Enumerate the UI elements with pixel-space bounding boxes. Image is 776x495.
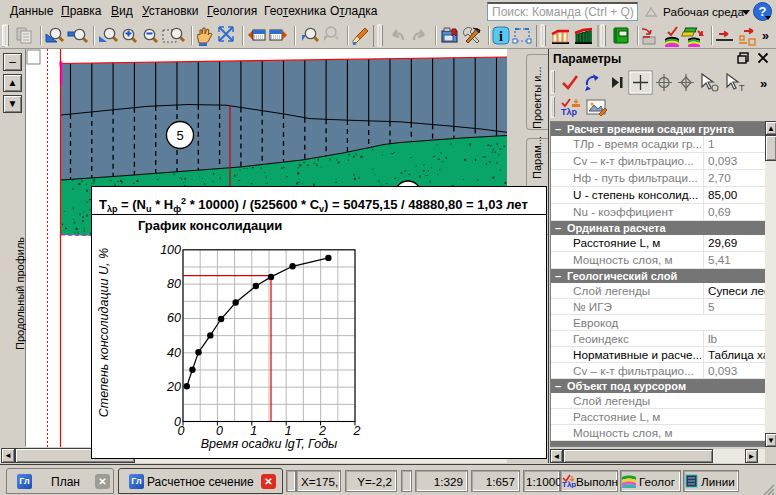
svg-text:?: ?: [759, 4, 767, 19]
svg-text:0: 0: [178, 424, 185, 438]
svg-text:2: 2: [353, 424, 361, 438]
svg-text:80: 80: [167, 277, 181, 291]
svg-text:»: »: [760, 76, 767, 91]
svg-text:T: T: [739, 83, 745, 93]
svg-text:Tλр: Tλр: [562, 480, 576, 488]
svg-text:20: 20: [166, 380, 181, 394]
svg-text:100: 100: [160, 243, 181, 257]
svg-text:40: 40: [167, 346, 181, 360]
svg-text:Степень консолидации U, %: Степень консолидации U, %: [97, 248, 111, 417]
svg-text:60: 60: [167, 311, 181, 325]
svg-text:5: 5: [176, 128, 183, 143]
svg-text:»: »: [762, 29, 769, 43]
svg-text:Tλр: Tλр: [561, 107, 578, 117]
svg-text:i: i: [499, 29, 503, 44]
svg-text:Время осадки lgT, Годы: Время осадки lgT, Годы: [201, 437, 338, 451]
